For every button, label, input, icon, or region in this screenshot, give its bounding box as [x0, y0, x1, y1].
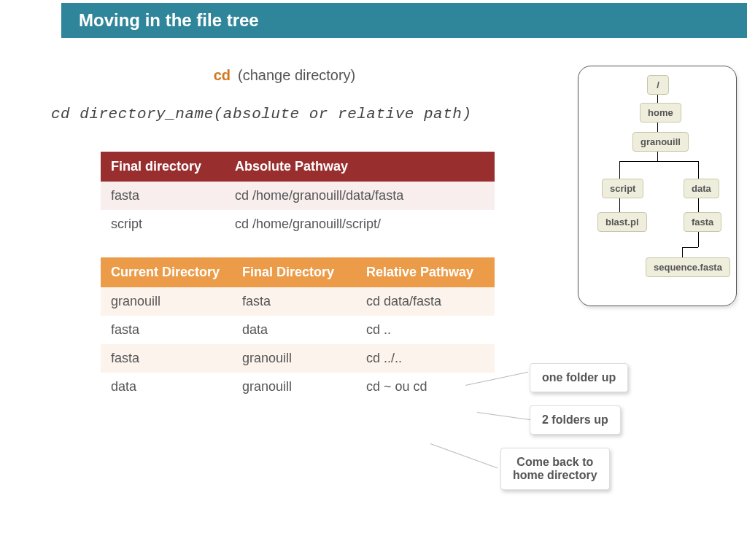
cell-cur: granouill [101, 287, 232, 316]
tree-node-home: home [640, 103, 681, 122]
table2-header-rel: Relative Pathway [356, 257, 495, 287]
cell-cmd: cd .. [356, 316, 495, 344]
cell-cmd: cd ../.. [356, 344, 495, 373]
callout-connector [430, 443, 498, 468]
table-row: data granouill cd ~ ou cd [101, 373, 495, 401]
file-tree: / home granouill script data blast.pl fa… [584, 75, 730, 300]
relative-path-table: Current Directory Final Directory Relati… [101, 257, 495, 401]
slide-title: Moving in the file tree [61, 3, 747, 38]
tree-node-user: granouill [632, 132, 689, 152]
table1-header-dir: Final directory [101, 152, 225, 182]
table2-header-fin: Final Directory [232, 257, 356, 287]
tree-node-script: script [602, 179, 643, 198]
cell-fin: data [232, 316, 356, 344]
command-description-text: (change directory) [238, 67, 355, 83]
command-line: cd (change directory) [0, 67, 569, 84]
cell-cmd: cd /home/granouill/data/fasta [225, 182, 495, 210]
cell-cmd: cd ~ ou cd [356, 373, 495, 401]
cell-cur: data [101, 373, 232, 401]
cell-dir: fasta [101, 182, 225, 210]
cell-cmd: cd data/fasta [356, 287, 495, 316]
callout-one-up: one folder up [530, 363, 628, 392]
tree-node-fasta: fasta [684, 212, 721, 232]
cell-cur: fasta [101, 344, 232, 373]
cell-cmd: cd /home/granouill/script/ [225, 210, 495, 238]
callout-home: Come back to home directory [500, 448, 610, 490]
cell-fin: fasta [232, 287, 356, 316]
tree-node-blast: blast.pl [597, 212, 647, 232]
table2-header-cur: Current Directory [101, 257, 232, 287]
tree-node-sequence: sequence.fasta [646, 257, 730, 277]
tree-node-data: data [684, 179, 719, 198]
table-row: fasta data cd .. [101, 316, 495, 344]
cell-fin: granouill [232, 373, 356, 401]
callout-connector [477, 412, 530, 420]
callout-two-up: 2 folders up [530, 405, 621, 435]
command-name: cd [214, 67, 231, 83]
absolute-path-table: Final directory Absolute Pathway fasta c… [101, 152, 495, 238]
table-row: script cd /home/granouill/script/ [101, 210, 495, 238]
cell-cur: fasta [101, 316, 232, 344]
file-tree-panel: / home granouill script data blast.pl fa… [578, 66, 737, 306]
table-row: granouill fasta cd data/fasta [101, 287, 495, 316]
table-row: fasta granouill cd ../.. [101, 344, 495, 373]
cell-fin: granouill [232, 344, 356, 373]
tree-node-root: / [647, 75, 669, 95]
table-row: fasta cd /home/granouill/data/fasta [101, 182, 495, 210]
cell-dir: script [101, 210, 225, 238]
table1-header-path: Absolute Pathway [225, 152, 495, 182]
